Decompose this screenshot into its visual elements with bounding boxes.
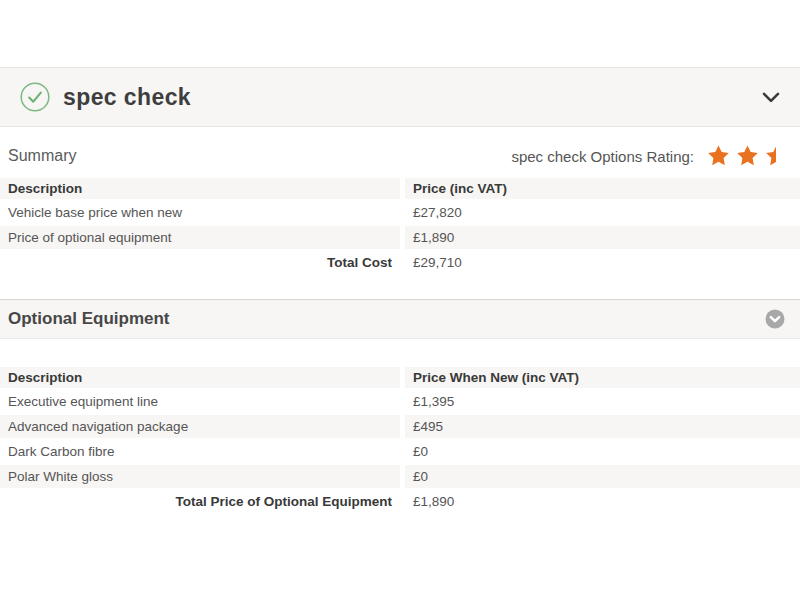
panel-title: spec check <box>63 84 191 111</box>
section-title: Optional Equipment <box>8 309 170 329</box>
row-description: Vehicle base price when new <box>0 201 400 224</box>
row-price: £0 <box>405 440 800 463</box>
row-price: £27,820 <box>405 201 800 224</box>
column-header-price: Price When New (inc VAT) <box>405 367 800 388</box>
total-optional-equipment-value: £1,890 <box>405 490 800 513</box>
row-description: Executive equipment line <box>0 390 400 413</box>
star-half-icon <box>764 144 776 168</box>
table-row: Vehicle base price when new £27,820 <box>0 201 800 224</box>
column-header-description: Description <box>0 178 400 199</box>
star-full-icon <box>706 144 731 168</box>
table-row: Polar White gloss £0 <box>0 465 800 488</box>
column-header-price: Price (inc VAT) <box>405 178 800 199</box>
row-price: £1,395 <box>405 390 800 413</box>
table-row: Advanced navigation package £495 <box>0 415 800 438</box>
total-cost-row: Total Cost £29,710 <box>0 251 800 274</box>
spec-check-widget: spec check Summary spec check Options Ra… <box>0 0 800 600</box>
rating-stars <box>702 144 776 168</box>
row-price: £0 <box>405 465 800 488</box>
options-rating: spec check Options Rating: <box>511 144 776 168</box>
total-optional-equipment-label: Total Price of Optional Equipment <box>0 490 400 513</box>
column-header-description: Description <box>0 367 400 388</box>
optional-equipment-table: Description Price When New (inc VAT) Exe… <box>0 367 800 513</box>
summary-row: Summary spec check Options Rating: <box>0 144 800 168</box>
chevron-down-icon[interactable] <box>758 88 784 107</box>
total-optional-equipment-row: Total Price of Optional Equipment £1,890 <box>0 490 800 513</box>
top-whitespace <box>0 0 800 67</box>
check-circle-icon <box>20 82 50 112</box>
rating-label: spec check Options Rating: <box>511 148 694 165</box>
summary-label: Summary <box>8 147 76 165</box>
optional-equipment-header[interactable]: Optional Equipment <box>0 299 800 339</box>
row-description: Price of optional equipment <box>0 226 400 249</box>
optional-equipment-header-row: Description Price When New (inc VAT) <box>0 367 800 388</box>
row-price: £1,890 <box>405 226 800 249</box>
table-row: Price of optional equipment £1,890 <box>0 226 800 249</box>
summary-table: Description Price (inc VAT) Vehicle base… <box>0 178 800 274</box>
table-row: Executive equipment line £1,395 <box>0 390 800 413</box>
spec-check-header[interactable]: spec check <box>0 67 800 127</box>
chevron-down-circle-icon[interactable] <box>765 309 785 329</box>
summary-table-header-row: Description Price (inc VAT) <box>0 178 800 199</box>
row-description: Polar White gloss <box>0 465 400 488</box>
row-price: £495 <box>405 415 800 438</box>
total-cost-value: £29,710 <box>405 251 800 274</box>
row-description: Dark Carbon fibre <box>0 440 400 463</box>
star-full-icon <box>735 144 760 168</box>
row-description: Advanced navigation package <box>0 415 400 438</box>
table-row: Dark Carbon fibre £0 <box>0 440 800 463</box>
total-cost-label: Total Cost <box>0 251 400 274</box>
